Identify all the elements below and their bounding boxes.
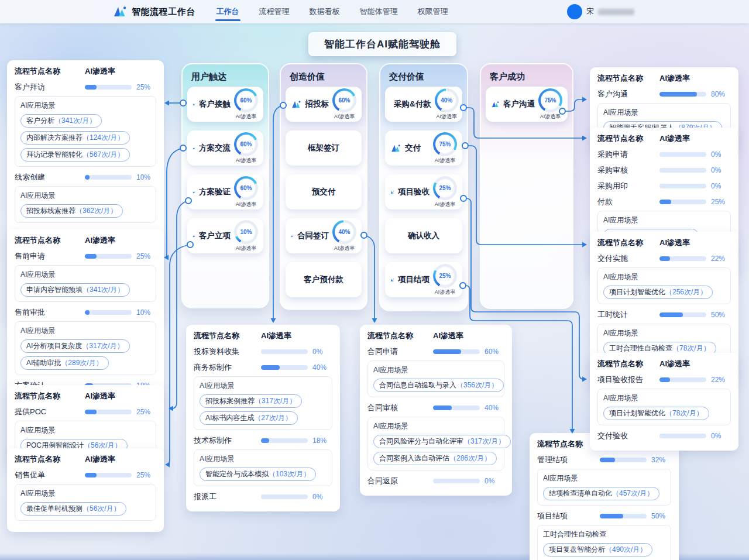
penetration-donut: 60% bbox=[332, 88, 356, 112]
flow-node-项目验收[interactable]: 项目验收25%AI渗透率 bbox=[385, 174, 462, 209]
ai-scenario-tag[interactable]: 内部解决方案推荐（124次/月） bbox=[20, 131, 130, 145]
scenario-box: AI应用场景客户分析（341次/月）内部解决方案推荐（124次/月）拜访记录智能… bbox=[15, 96, 156, 167]
flow-node-招投标[interactable]: 招投标60%AI渗透率 bbox=[286, 87, 362, 122]
scenario-count: （286次/月） bbox=[449, 454, 491, 462]
scenario-count: （256次/月） bbox=[665, 288, 707, 296]
node-col-header: 流程节点名称 bbox=[15, 66, 85, 77]
scenario-label: AI应用场景 bbox=[603, 328, 725, 338]
ai-scenario-tag[interactable]: 合同信息自动提取与录入（356次/月） bbox=[373, 379, 504, 392]
ai-scenario-tag[interactable]: 合同案例入选自动评估（286次/月） bbox=[373, 452, 497, 465]
penetration-donut: 60% bbox=[234, 176, 258, 200]
penetration-percent: 22% bbox=[711, 255, 730, 263]
ai-scenario-tag[interactable]: 合同风险评分与自动化评审（317次/月） bbox=[373, 435, 511, 448]
flow-node-确认收入[interactable]: 确认收入 bbox=[385, 218, 462, 253]
rate-group: 10% bbox=[85, 173, 156, 181]
tab-流程管理[interactable]: 流程管理 bbox=[258, 0, 291, 23]
penetration-bar-fill bbox=[261, 365, 280, 370]
process-row: 采购用印0% bbox=[597, 181, 731, 191]
flow-node-交付[interactable]: 交付75%AI渗透率 bbox=[385, 130, 462, 166]
rate-col-header: AI渗透率 bbox=[659, 73, 731, 84]
ai-scenario-tag[interactable]: 项目计划智能优化（256次/月） bbox=[603, 286, 713, 299]
process-row: 提供POC25% bbox=[15, 407, 156, 417]
ai-scenario-tag[interactable]: 结项检查清单自动化（457次/月） bbox=[543, 487, 659, 500]
scenario-label: AI应用场景 bbox=[603, 108, 725, 118]
process-row: 交付验收0% bbox=[597, 431, 731, 441]
penetration-bar bbox=[659, 434, 706, 438]
tab-数据看板[interactable]: 数据看板 bbox=[308, 0, 341, 23]
rate-group: 25% bbox=[85, 83, 156, 91]
page-title: 智能工作台AI赋能驾驶舱 bbox=[324, 39, 441, 50]
scenario-count: （317次/月） bbox=[463, 437, 505, 445]
penetration-donut: 40% bbox=[332, 220, 356, 244]
flow-node-方案验证[interactable]: 方案验证60%AI渗透率 bbox=[187, 174, 263, 209]
ai-scenario-tag[interactable]: 客户分析（341次/月） bbox=[20, 114, 102, 128]
flow-node-方案交流[interactable]: 方案交流60%AI渗透率 bbox=[187, 130, 263, 166]
penetration-bar bbox=[600, 458, 647, 462]
ai-scenario-tag[interactable]: AI辅助审批（289次/月） bbox=[20, 356, 109, 370]
flow-node-客户立项[interactable]: 客户立项10%AI渗透率 bbox=[187, 218, 263, 253]
donut-percent: 60% bbox=[240, 97, 252, 104]
flow-node-rate: 60%AI渗透率 bbox=[332, 88, 356, 121]
node-name: 客户拜访 bbox=[15, 82, 85, 92]
tab-智能体管理[interactable]: 智能体管理 bbox=[359, 0, 399, 23]
tab-权限管理[interactable]: 权限管理 bbox=[417, 0, 449, 23]
scenario-count: （362次/月） bbox=[75, 207, 117, 215]
flow-node-框架签订[interactable]: 框架签订 bbox=[286, 130, 362, 166]
scenario-tags: 合同信息自动提取与录入（356次/月） bbox=[373, 379, 499, 392]
flow-node-项目结项[interactable]: 项目结项25%AI渗透率 bbox=[385, 262, 462, 297]
card-header: 流程节点名称AI渗透率 bbox=[15, 66, 156, 77]
tab-工作台[interactable]: 工作台 bbox=[215, 0, 240, 23]
process-row: 采购申请0% bbox=[597, 149, 731, 160]
node-name: 线索创建 bbox=[15, 172, 85, 183]
ai-scenario-tag[interactable]: 智能定价与成本模拟（103次/月） bbox=[200, 468, 316, 481]
ai-scenario-tag[interactable]: 申请内容智能预填（341次/月） bbox=[20, 283, 130, 297]
flow-node-预交付[interactable]: 预交付 bbox=[286, 174, 362, 209]
penetration-bar bbox=[261, 494, 308, 499]
scenario-count: （317次/月） bbox=[255, 397, 296, 405]
user-area[interactable]: 宋 bbox=[567, 0, 634, 23]
flow-node-客户预付款[interactable]: 客户预付款 bbox=[286, 262, 362, 297]
scenario-count: （317次/月） bbox=[82, 342, 123, 350]
ai-node-icon bbox=[291, 99, 302, 110]
donut-percent: 40% bbox=[338, 229, 350, 235]
rate-group: 22% bbox=[659, 255, 731, 263]
flow-node-name: 项目结项 bbox=[398, 274, 430, 285]
penetration-percent: 10% bbox=[136, 173, 155, 181]
rate-group: 60% bbox=[433, 348, 504, 356]
node-name: 客户沟通 bbox=[597, 89, 659, 99]
penetration-percent: 60% bbox=[485, 348, 503, 356]
scenario-label: AI应用场景 bbox=[20, 101, 150, 111]
penetration-bar bbox=[85, 175, 132, 180]
penetration-bar bbox=[659, 184, 706, 188]
donut-percent: 25% bbox=[439, 185, 451, 191]
ai-scenario-tag[interactable]: AI分析项目复杂度（317次/月） bbox=[20, 339, 130, 353]
ai-scenario-tag[interactable]: 项目计划智能优化（78次/月） bbox=[603, 407, 709, 420]
ai-scenario-tag[interactable]: 最佳促单时机预测（56次/月） bbox=[20, 502, 126, 516]
ai-node-icon bbox=[193, 143, 195, 154]
ai-scenario-tag[interactable]: AI标书内容生成（27次/月） bbox=[200, 411, 298, 425]
flow-node-合同签订[interactable]: 合同签订40%AI渗透率 bbox=[286, 218, 362, 253]
avatar[interactable] bbox=[567, 4, 582, 19]
scenario-box: AI应用场景申请内容智能预填（341次/月） bbox=[15, 265, 156, 302]
flow-node-客户接触[interactable]: 客户接触60%AI渗透率 bbox=[187, 87, 263, 122]
penetration-percent: 80% bbox=[711, 90, 730, 98]
ai-scenario-tag[interactable]: 招投标案例推荐（317次/月） bbox=[200, 394, 302, 408]
scenario-tags: 最佳促单时机预测（56次/月） bbox=[20, 502, 150, 516]
rate-col-header: AI渗透率 bbox=[659, 359, 731, 369]
ai-scenario-tag[interactable]: 拜访记录智能转化（567次/月） bbox=[20, 148, 130, 162]
donut-label: AI渗透率 bbox=[435, 201, 456, 208]
node-col-header: 流程节点名称 bbox=[15, 454, 85, 465]
ai-scenario-tag[interactable]: 招投标线索推荐（362次/月） bbox=[20, 204, 123, 218]
flow-node-采购&付款[interactable]: 采购&付款40%AI渗透率 bbox=[385, 87, 462, 122]
donut-percent: 60% bbox=[338, 97, 350, 104]
flow-node-客户沟通[interactable]: 客户沟通75%AI渗透率 bbox=[486, 87, 568, 122]
rate-group: 50% bbox=[600, 512, 671, 520]
rate-group: 0% bbox=[659, 182, 731, 190]
ai-scenario-tag[interactable]: 项目复盘智能分析（490次/月） bbox=[543, 543, 652, 556]
process-row: 线索创建10% bbox=[15, 172, 156, 183]
process-row: 项目结项50% bbox=[537, 511, 671, 521]
flow-node-name: 方案交流 bbox=[199, 143, 231, 153]
user-name-redacted bbox=[598, 9, 634, 15]
rate-group: 32% bbox=[600, 456, 671, 464]
donut-percent: 75% bbox=[544, 97, 556, 104]
